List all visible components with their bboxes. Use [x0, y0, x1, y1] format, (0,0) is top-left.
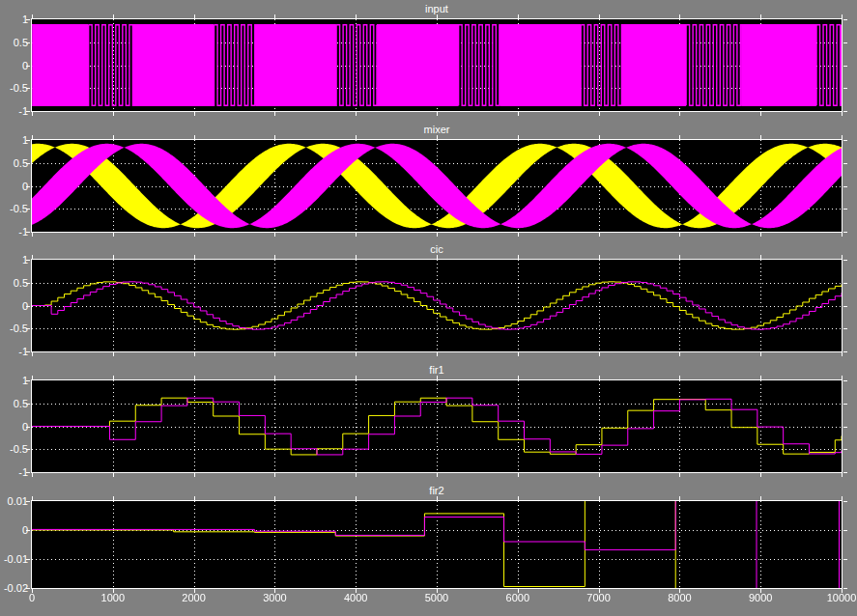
x-tick-mark — [437, 376, 438, 379]
y-tick-label-fir1: 0.5 — [0, 398, 28, 409]
x-tick-label: 4000 — [327, 592, 385, 603]
x-tick-mark — [679, 233, 680, 237]
x-tick-mark — [32, 112, 33, 116]
x-tick-mark — [842, 255, 843, 259]
x-tick-mark — [356, 496, 357, 500]
x-tick-mark — [518, 14, 519, 18]
y-tick-mark — [26, 283, 30, 284]
x-tick-label: 3000 — [245, 592, 303, 603]
x-tick-mark — [274, 112, 275, 116]
x-tick-mark — [194, 255, 195, 259]
y-tick-mark — [26, 501, 30, 502]
x-tick-mark — [437, 14, 438, 18]
axes-fir1 — [31, 379, 843, 473]
y-tick-label-cic: -0.5 — [0, 322, 28, 334]
x-tick-mark — [518, 473, 519, 477]
x-tick-mark — [437, 135, 438, 139]
y-tick-label-mixer: -0.5 — [0, 203, 28, 214]
x-tick-mark — [518, 255, 519, 259]
y-tick-mark — [843, 380, 847, 381]
x-tick-mark — [274, 233, 275, 237]
y-tick-mark — [26, 260, 30, 261]
y-tick-mark — [843, 427, 847, 428]
x-tick-mark — [842, 14, 843, 18]
y-tick-mark — [26, 66, 30, 67]
y-tick-label-fir1: 1 — [0, 375, 28, 386]
x-tick-mark — [356, 14, 357, 18]
y-tick-mark — [26, 559, 30, 560]
x-tick-mark — [274, 14, 275, 18]
x-tick-mark — [842, 233, 843, 237]
x-tick-mark — [32, 376, 33, 379]
x-tick-mark — [113, 135, 114, 139]
axes-cic — [31, 259, 843, 352]
x-tick-mark — [760, 135, 761, 139]
x-tick-mark — [194, 14, 195, 18]
y-tick-mark — [843, 140, 847, 141]
x-tick-label: 1000 — [84, 592, 142, 603]
x-tick-mark — [679, 255, 680, 259]
y-tick-mark — [843, 163, 847, 164]
y-tick-mark — [843, 186, 847, 187]
x-tick-mark — [760, 376, 761, 379]
x-tick-mark — [599, 14, 600, 18]
y-tick-mark — [843, 260, 847, 261]
y-tick-mark — [843, 42, 847, 43]
x-tick-mark — [842, 376, 843, 379]
y-tick-mark — [843, 449, 847, 450]
x-tick-label: 9000 — [731, 592, 789, 603]
y-tick-label-input: -1 — [0, 105, 28, 117]
y-tick-label-cic: -1 — [0, 346, 28, 357]
x-tick-mark — [599, 376, 600, 379]
x-tick-mark — [599, 112, 600, 116]
y-tick-mark — [26, 140, 30, 141]
y-tick-label-fir1: -0.5 — [0, 443, 28, 455]
y-tick-label-fir2: 0 — [0, 524, 28, 536]
y-tick-label-mixer: 0.5 — [0, 157, 28, 169]
x-tick-mark — [842, 135, 843, 139]
y-tick-mark — [843, 559, 847, 560]
x-tick-mark — [679, 473, 680, 477]
x-tick-mark — [437, 255, 438, 259]
x-tick-mark — [518, 376, 519, 379]
x-tick-mark — [113, 496, 114, 500]
x-tick-mark — [760, 233, 761, 237]
axes-fir2 — [31, 500, 843, 589]
x-tick-mark — [679, 14, 680, 18]
x-tick-mark — [760, 255, 761, 259]
y-tick-label-cic: 0.5 — [0, 277, 28, 289]
x-tick-mark — [842, 112, 843, 116]
y-tick-label-fir2: -0.01 — [0, 553, 28, 565]
y-tick-label-mixer: 0 — [0, 181, 28, 192]
scope-figure: input mixer cic fir1 fir2 10.50-0.5-110.… — [0, 0, 857, 616]
plot-canvas-fir1 — [32, 380, 842, 472]
x-tick-mark — [437, 352, 438, 356]
y-tick-mark — [843, 209, 847, 210]
x-tick-mark — [518, 352, 519, 356]
y-tick-mark — [26, 232, 30, 233]
x-tick-mark — [760, 14, 761, 18]
x-tick-mark — [113, 376, 114, 379]
x-tick-label: 0 — [3, 592, 61, 603]
x-tick-mark — [599, 233, 600, 237]
y-tick-mark — [26, 380, 30, 381]
y-tick-mark — [843, 351, 847, 352]
x-tick-mark — [599, 473, 600, 477]
y-tick-mark — [843, 306, 847, 307]
y-tick-mark — [843, 88, 847, 89]
x-tick-mark — [599, 135, 600, 139]
x-tick-mark — [760, 112, 761, 116]
y-tick-mark — [843, 283, 847, 284]
x-tick-mark — [274, 473, 275, 477]
x-tick-mark — [760, 473, 761, 477]
x-tick-mark — [32, 473, 33, 477]
x-tick-mark — [32, 135, 33, 139]
plot-canvas-cic — [32, 260, 842, 351]
x-tick-mark — [194, 496, 195, 500]
y-tick-mark — [843, 404, 847, 405]
x-tick-mark — [679, 496, 680, 500]
x-tick-mark — [274, 496, 275, 500]
x-tick-mark — [356, 112, 357, 116]
x-tick-label: 2000 — [165, 592, 223, 603]
x-tick-mark — [760, 496, 761, 500]
